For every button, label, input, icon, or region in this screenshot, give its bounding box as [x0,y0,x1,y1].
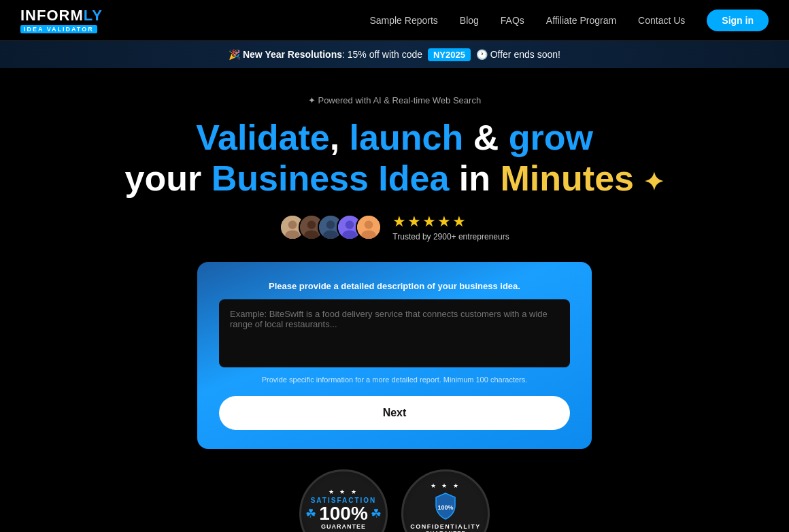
promo-code-badge: NY2025 [428,48,471,61]
svg-point-10 [346,220,354,229]
promo-banner: 🎉 New Year Resolutions: 15% off with cod… [0,41,789,68]
logo: INFORMLY IDEA VALIDATOR [20,7,103,33]
svg-point-1 [288,220,297,229]
svg-point-13 [365,220,373,229]
header: INFORMLY IDEA VALIDATOR Sample Reports B… [0,0,789,41]
idea-form-card: Please provide a detailed description of… [197,262,592,449]
hero-title: Validate, launch & grow your Business Id… [14,118,775,199]
svg-point-8 [324,230,338,239]
hero-launch: launch [350,118,464,157]
laurel-left-icon: ☘ [305,506,316,521]
svg-point-4 [307,220,316,229]
form-hint: Provide specific information for a more … [219,376,570,384]
laurel-right-icon: ☘ [371,506,382,521]
promo-after-text: : 15% off with code [342,49,422,60]
promo-emoji: 🎉 [229,49,240,60]
shield-icon: 100% [431,491,460,520]
sparkle-icon: ✦ [643,168,664,196]
svg-text:100%: 100% [437,504,453,511]
powered-by-text: ✦ Powered with AI & Real-time Web Search [14,95,775,105]
trusted-count: Trusted by 2900+ entrepreneurs [392,232,509,242]
badge-satisfaction-percent: 100% [319,504,368,523]
avatar-group [280,214,382,240]
badge-conf-title: CONFIDENTIALITY [410,523,481,530]
badge-satisfaction-subtitle: GUARANTEE [321,523,366,530]
svg-point-7 [326,220,335,229]
form-label: Please provide a detailed description of… [219,281,570,291]
logo-text: INFORMLY [20,7,103,24]
hero-section: ✦ Powered with AI & Real-time Web Search… [0,68,789,532]
next-button[interactable]: Next [219,396,570,430]
hero-business-idea: Business Idea [212,159,450,198]
faqs-link[interactable]: FAQs [501,15,524,26]
svg-point-11 [343,230,357,239]
blog-link[interactable]: Blog [460,15,479,26]
signin-button[interactable]: Sign in [707,10,769,31]
hero-grow: grow [509,118,593,157]
sample-reports-link[interactable]: Sample Reports [369,15,437,26]
avatar [356,214,382,240]
svg-point-2 [286,230,300,239]
trust-badges: ☘ ☘ ★ ★ ★ SATISFACTION 100% GUARANTEE ★ … [14,449,775,532]
svg-point-5 [305,230,319,239]
conf-stars-top: ★ ★ ★ [431,482,460,489]
badge-stars-top: ★ ★ ★ [329,488,358,495]
contact-link[interactable]: Contact Us [638,15,685,26]
svg-point-14 [362,230,376,239]
promo-main-text: New Year Resolutions [243,49,342,60]
badge-conf-subtitle: GUARANTEE [425,530,466,532]
logo-ly: LY [84,7,103,24]
hero-minutes: Minutes [501,159,634,198]
logo-subtitle: IDEA VALIDATOR [20,25,97,33]
business-idea-input[interactable] [219,299,570,367]
stars-area: ★★★★★ Trusted by 2900+ entrepreneurs [392,213,509,242]
satisfaction-badge: ☘ ☘ ★ ★ ★ SATISFACTION 100% GUARANTEE ★ … [299,469,388,532]
logo-inform: INFORM [20,7,84,24]
main-nav: Sample Reports Blog FAQs Affiliate Progr… [369,10,769,31]
hero-validate: Validate [196,118,330,157]
promo-offer-text: Offer ends soon! [490,49,560,60]
affiliate-link[interactable]: Affiliate Program [546,15,616,26]
promo-clock: 🕐 [476,49,488,60]
confidentiality-badge: ★ ★ ★ 100% CONFIDENTIALITY GUARANTEE ★ ★… [401,469,490,532]
social-proof: ★★★★★ Trusted by 2900+ entrepreneurs [14,213,775,242]
star-rating: ★★★★★ [392,213,509,231]
